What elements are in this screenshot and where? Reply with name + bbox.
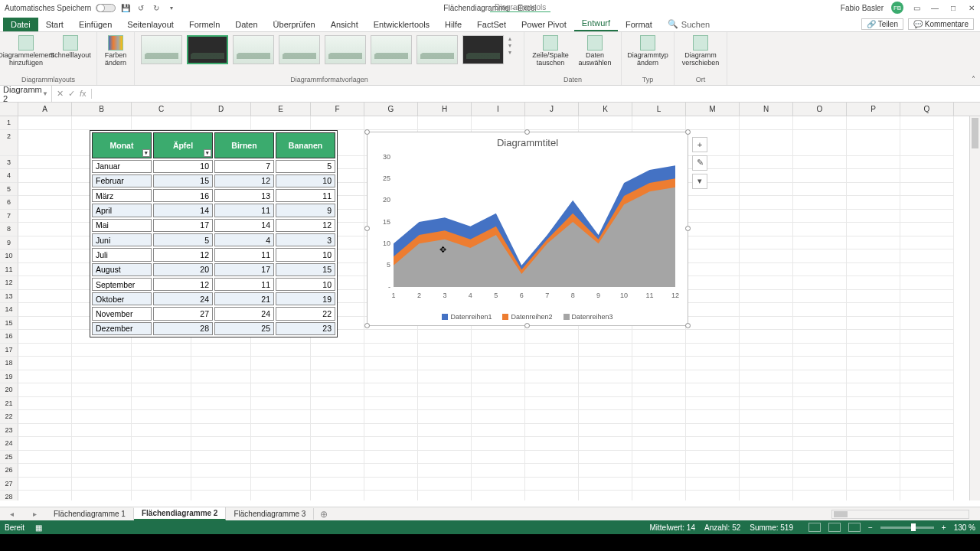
zoom-in-button[interactable]: +	[942, 523, 946, 532]
cell[interactable]	[900, 183, 954, 197]
user-name[interactable]: Fabio Basler	[841, 4, 884, 12]
cell[interactable]	[251, 451, 311, 465]
cell[interactable]	[900, 196, 954, 210]
row-header[interactable]: 1	[0, 116, 18, 130]
cell[interactable]	[191, 437, 251, 451]
cell[interactable]	[311, 344, 364, 357]
cell[interactable]	[18, 236, 72, 250]
quick-layout-button[interactable]: Schnelllayout	[51, 35, 90, 60]
cell[interactable]	[132, 437, 191, 451]
cell[interactable]	[900, 437, 954, 451]
cell[interactable]	[72, 437, 132, 451]
cell[interactable]	[525, 437, 579, 451]
row-header[interactable]: 19	[0, 370, 18, 384]
table-header[interactable]: Birnen	[214, 132, 274, 158]
cell[interactable]	[418, 383, 472, 397]
tab-powerpivot[interactable]: Power Pivot	[514, 18, 574, 31]
cell[interactable]	[472, 464, 525, 478]
table-cell[interactable]: 28	[153, 322, 213, 335]
cell[interactable]	[632, 116, 686, 130]
table-cell[interactable]: 19	[276, 292, 335, 305]
name-box[interactable]: Diagramm 2▼	[0, 85, 52, 103]
column-headers[interactable]: ABCDEFGHIJKLMNOPQ	[0, 103, 980, 116]
cell[interactable]	[900, 169, 954, 183]
cell[interactable]	[311, 478, 364, 491]
zoom-out-button[interactable]: −	[868, 523, 873, 532]
table-cell[interactable]: 10	[276, 278, 335, 291]
resize-handle[interactable]	[364, 323, 370, 328]
table-cell[interactable]: 12	[153, 278, 213, 291]
row-header[interactable]: 20	[0, 383, 18, 397]
cell[interactable]	[72, 491, 132, 500]
undo-icon[interactable]: ↺	[136, 2, 146, 13]
cell[interactable]	[72, 397, 132, 411]
cell[interactable]	[579, 344, 632, 357]
cell[interactable]	[632, 397, 686, 411]
cell[interactable]	[472, 344, 525, 357]
cell[interactable]	[793, 249, 847, 263]
cell[interactable]	[132, 410, 191, 424]
table-cell[interactable]: 14	[153, 204, 213, 217]
cell[interactable]	[740, 236, 793, 250]
chart-title[interactable]: Diagrammtitel	[368, 132, 688, 148]
cell[interactable]	[740, 330, 793, 344]
table-cell[interactable]: 14	[214, 219, 274, 232]
cell[interactable]	[132, 491, 191, 500]
cell[interactable]	[686, 451, 740, 465]
column-header[interactable]: O	[793, 103, 847, 116]
cell[interactable]	[847, 183, 900, 197]
row-header[interactable]: 17	[0, 344, 18, 357]
cell[interactable]	[847, 491, 900, 500]
cell[interactable]	[686, 236, 740, 250]
row-header[interactable]: 3	[0, 156, 18, 170]
change-chart-type-button[interactable]: Diagrammtyp ändern	[628, 35, 668, 67]
column-header[interactable]: M	[686, 103, 740, 116]
cell[interactable]	[18, 383, 72, 397]
column-header[interactable]: E	[251, 103, 311, 116]
cell[interactable]	[132, 383, 191, 397]
cell[interactable]	[740, 276, 793, 290]
cell[interactable]	[18, 276, 72, 290]
cell[interactable]	[364, 370, 418, 384]
cell[interactable]	[18, 357, 72, 370]
cell[interactable]	[311, 464, 364, 478]
cell[interactable]	[364, 383, 418, 397]
cell[interactable]	[632, 424, 686, 438]
zoom-level[interactable]: 130 %	[954, 523, 975, 532]
table-cell[interactable]: 12	[276, 219, 335, 232]
cell[interactable]	[847, 451, 900, 465]
cell[interactable]	[900, 424, 954, 438]
column-header[interactable]: N	[740, 103, 793, 116]
table-cell[interactable]: 16	[153, 189, 213, 202]
cell[interactable]	[686, 397, 740, 411]
cell[interactable]	[686, 196, 740, 210]
cell[interactable]	[18, 196, 72, 210]
row-header[interactable]: 13	[0, 290, 18, 304]
filter-icon[interactable]: ▾	[204, 149, 211, 157]
cell[interactable]	[847, 344, 900, 357]
row-header[interactable]: 24	[0, 437, 18, 451]
table-cell[interactable]: Mai	[92, 219, 152, 232]
cell[interactable]	[847, 236, 900, 250]
cell[interactable]	[686, 263, 740, 277]
cell[interactable]	[632, 410, 686, 424]
cell[interactable]	[793, 317, 847, 331]
zoom-slider[interactable]	[880, 527, 934, 529]
row-header[interactable]: 14	[0, 303, 18, 317]
cell[interactable]	[793, 263, 847, 277]
user-avatar[interactable]: FB	[891, 2, 903, 14]
table-header[interactable]: Monat▾	[92, 132, 152, 158]
cell[interactable]	[418, 451, 472, 465]
cell[interactable]	[686, 491, 740, 500]
table-cell[interactable]: Februar	[92, 174, 152, 187]
horizontal-scrollbar[interactable]	[831, 510, 969, 519]
cell[interactable]	[132, 116, 191, 130]
table-cell[interactable]: 4	[214, 233, 274, 246]
table-cell[interactable]: August	[92, 263, 152, 276]
cell[interactable]	[418, 357, 472, 370]
cell[interactable]	[740, 130, 793, 156]
table-cell[interactable]: 24	[214, 307, 274, 320]
cell[interactable]	[900, 317, 954, 331]
cell[interactable]	[579, 116, 632, 130]
cell[interactable]	[191, 397, 251, 411]
